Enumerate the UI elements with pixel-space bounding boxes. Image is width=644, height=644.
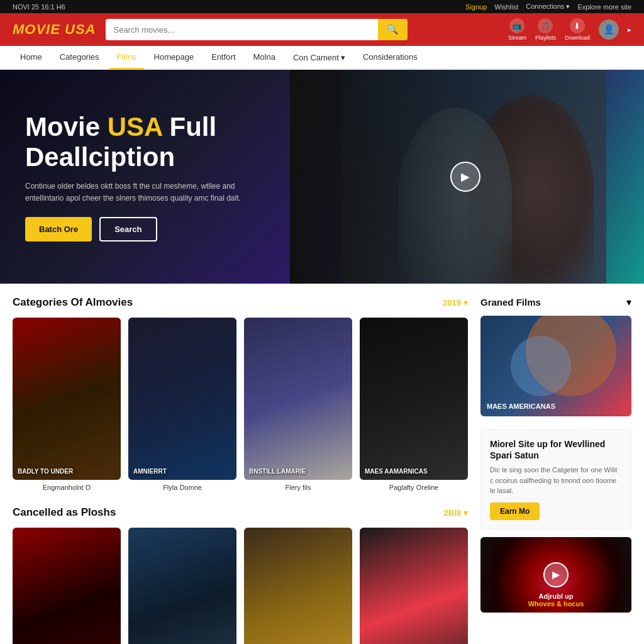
- poster-img-2: AMNIERRT: [128, 318, 236, 480]
- movie-label-1: Engmanholnt O: [13, 484, 121, 491]
- search-bar[interactable]: 🔍: [106, 19, 408, 40]
- movie-label-2: Flyla Domne: [128, 484, 236, 491]
- right-sidebar: Graned Films ▾ MAES AMERICANAS Miorel Si…: [480, 296, 631, 644]
- movie-poster-8: FANIT: [360, 528, 468, 644]
- hero-buttons: Batch Ore Search: [25, 217, 264, 242]
- graned-films-title: Graned Films: [480, 297, 541, 308]
- nav-homepage[interactable]: Homepage: [147, 46, 202, 69]
- promo-subtitle: Whoves & hocus: [487, 600, 625, 608]
- nav-considerations[interactable]: Considerations: [355, 46, 425, 69]
- top-bar-left: NOVI 25 16:1 H6: [13, 3, 65, 11]
- graned-chevron-icon[interactable]: ▾: [626, 296, 631, 308]
- user-avatar[interactable]: 👤: [599, 19, 619, 40]
- promo-title: Adjrubl up: [487, 592, 625, 600]
- graned-films-section: Graned Films ▾ MAES AMERICANAS: [480, 296, 631, 416]
- top-bar-news: NOVI 25 16:1 H6: [13, 3, 65, 11]
- top-wishlist-link[interactable]: Wishlist: [494, 3, 518, 11]
- featured-poster: MAES AMERICANAS: [480, 316, 631, 416]
- site-logo: MOVIE USA: [13, 21, 96, 38]
- cancelled-header: Cancelled as Ploshs 2BI8 ▾: [13, 506, 468, 519]
- graned-films-header: Graned Films ▾: [480, 296, 631, 308]
- poster-img-7: DORIL A JONES: [244, 528, 352, 644]
- poster-img-6: FIND THE MAMMERY: [128, 528, 236, 644]
- movie-poster-1: BADLY TO UNDER: [13, 318, 121, 480]
- top-bar: NOVI 25 16:1 H6 Signup Wishlist Connecti…: [0, 0, 644, 13]
- logo-text-main: MOVIE: [13, 21, 60, 37]
- movie-poster-5: MAMHNI REAYEL: [13, 528, 121, 644]
- video-promo-label: Adjrubl up Whoves & hocus: [487, 592, 625, 608]
- main-nav: Home Categories Films Homepage Entfort M…: [0, 46, 644, 70]
- featured-movie-card[interactable]: MAES AMERICANAS: [480, 316, 631, 416]
- username-label: ▸: [628, 26, 631, 34]
- stream-icon-group[interactable]: 📺 Stream: [508, 18, 526, 41]
- playlist-icon-group[interactable]: 🎵 Playlists: [535, 18, 556, 41]
- movie-card-2[interactable]: AMNIERRT Flyla Domne: [128, 318, 236, 491]
- movie-card-5[interactable]: MAMHNI REAYEL Enoloel Fanrion: [13, 528, 121, 644]
- categories-header: Categories Of Almovies 2019 ▾: [13, 296, 468, 309]
- subscribe-button[interactable]: Earn Mo: [490, 502, 540, 520]
- stream-label: Stream: [508, 35, 526, 41]
- movie-card-6[interactable]: FIND THE MAMMERY Moallte: [128, 528, 236, 644]
- hero-title-desc: Deallciption: [25, 142, 175, 172]
- batch-ore-button[interactable]: Batch Ore: [25, 217, 92, 242]
- nav-categories[interactable]: Categories: [52, 46, 107, 69]
- categories-title: Categories Of Almovies: [13, 296, 133, 309]
- nav-entfort[interactable]: Entfort: [204, 46, 243, 69]
- poster-img-4: MAES AAMARNICAS: [360, 318, 468, 480]
- cancelled-movie-grid: MAMHNI REAYEL Enoloel Fanrion FIND THE M…: [13, 528, 468, 644]
- hero-section: Movie USA Full Deallciption Continue old…: [0, 70, 644, 284]
- newsletter-box: Miorel Site up for Wevllined Spari Satun…: [480, 429, 631, 530]
- nav-molna[interactable]: Molna: [246, 46, 283, 69]
- cancelled-title: Cancelled as Ploshs: [13, 506, 116, 519]
- hero-title-full: Full: [170, 112, 217, 142]
- top-signup-link[interactable]: Signup: [465, 3, 487, 11]
- movie-card-1[interactable]: BADLY TO UNDER Engmanholnt O: [13, 318, 121, 491]
- stream-icon: 📺: [509, 18, 525, 33]
- newsletter-desc: Dic le sing soon the Catgeter for one Wi…: [490, 465, 622, 496]
- playlist-icon: 🎵: [538, 18, 553, 33]
- hero-title-movie: Movie: [25, 112, 108, 142]
- top-bar-right[interactable]: Signup Wishlist Connections ▾ Explore mo…: [465, 3, 631, 11]
- featured-movie-text: MAES AMERICANAS: [487, 402, 555, 410]
- categories-section: Categories Of Almovies 2019 ▾ BADLY TO U…: [13, 296, 468, 491]
- top-explore-link[interactable]: Explore more site: [577, 3, 631, 11]
- movie-card-8[interactable]: FANIT Empmriament Ponks: [360, 528, 468, 644]
- cancelled-more[interactable]: 2BI8 ▾: [444, 508, 468, 518]
- download-label: Download: [565, 35, 590, 41]
- search-button[interactable]: 🔍: [378, 19, 408, 40]
- hero-description: Continue older beldes oktt boss ft the c…: [25, 180, 264, 204]
- hero-title: Movie USA Full Deallciption: [25, 112, 264, 173]
- cancelled-section: Cancelled as Ploshs 2BI8 ▾ MAMHNI REAYEL…: [13, 506, 468, 644]
- categories-movie-grid: BADLY TO UNDER Engmanholnt O AMNIERRT Fl…: [13, 318, 468, 491]
- movie-card-3[interactable]: BNSTILL LAMARIE Flery fils: [244, 318, 352, 491]
- video-promo[interactable]: ▶ Adjrubl up Whoves & hocus: [480, 537, 631, 613]
- nav-concament[interactable]: Con Cament ▾: [286, 46, 353, 69]
- poster-img-1: BADLY TO UNDER: [13, 318, 121, 480]
- top-connections-link[interactable]: Connections ▾: [526, 3, 570, 11]
- chevron-down-icon: ▾: [464, 298, 468, 308]
- main-content: Categories Of Almovies 2019 ▾ BADLY TO U…: [0, 284, 644, 644]
- hero-title-usa: USA: [108, 112, 162, 142]
- download-icon: ⬇: [570, 18, 585, 33]
- hero-play-button[interactable]: ▶: [450, 162, 480, 192]
- newsletter-title: Miorel Site up for Wevllined Spari Satun: [490, 438, 622, 461]
- nav-films[interactable]: Films: [109, 46, 144, 69]
- poster-img-3: BNSTILL LAMARIE: [244, 318, 352, 480]
- playlist-label: Playlists: [535, 35, 556, 41]
- search-button-hero[interactable]: Search: [99, 217, 157, 242]
- movie-poster-7: DORIL A JONES: [244, 528, 352, 644]
- header: MOVIE USA 🔍 📺 Stream 🎵 Playlists ⬇ Downl…: [0, 13, 644, 46]
- download-icon-group[interactable]: ⬇ Download: [565, 18, 590, 41]
- search-input[interactable]: [106, 20, 378, 40]
- movie-card-4[interactable]: MAES AAMARNICAS Paglafty Oreline: [360, 318, 468, 491]
- logo-text-highlight: USA: [65, 21, 96, 37]
- movie-label-3: Flery fils: [244, 484, 352, 491]
- video-play-button[interactable]: ▶: [543, 562, 569, 587]
- hero-content: Movie USA Full Deallciption Continue old…: [25, 112, 264, 242]
- cancelled-more-label: 2BI8: [444, 508, 461, 518]
- categories-more[interactable]: 2019 ▾: [443, 298, 468, 308]
- movie-card-7[interactable]: DORIL A JONES Danbors Don ID: [244, 528, 352, 644]
- nav-home[interactable]: Home: [13, 46, 50, 69]
- categories-more-label: 2019: [443, 298, 461, 308]
- movie-label-4: Paglafty Oreline: [360, 484, 468, 491]
